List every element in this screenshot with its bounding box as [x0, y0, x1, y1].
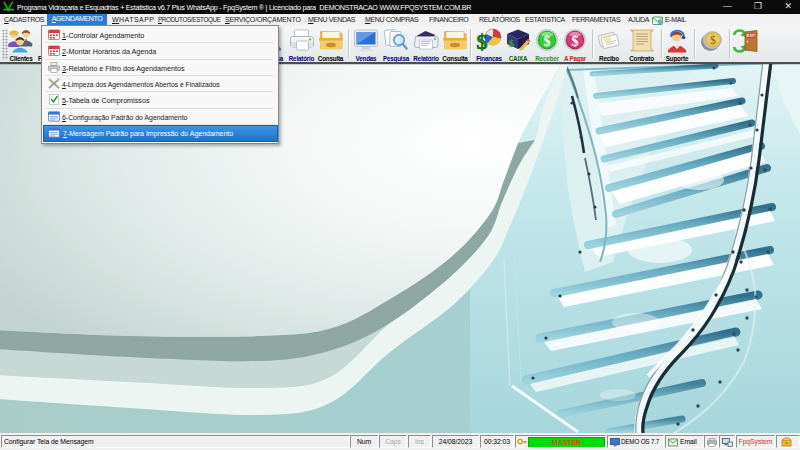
svg-text:EXIT: EXIT: [747, 34, 756, 38]
svg-text:$: $: [710, 33, 716, 47]
svg-text:$: $: [544, 34, 551, 49]
svg-text:$: $: [509, 37, 515, 49]
svg-text:$: $: [572, 34, 579, 49]
svg-text:$: $: [477, 29, 488, 53]
